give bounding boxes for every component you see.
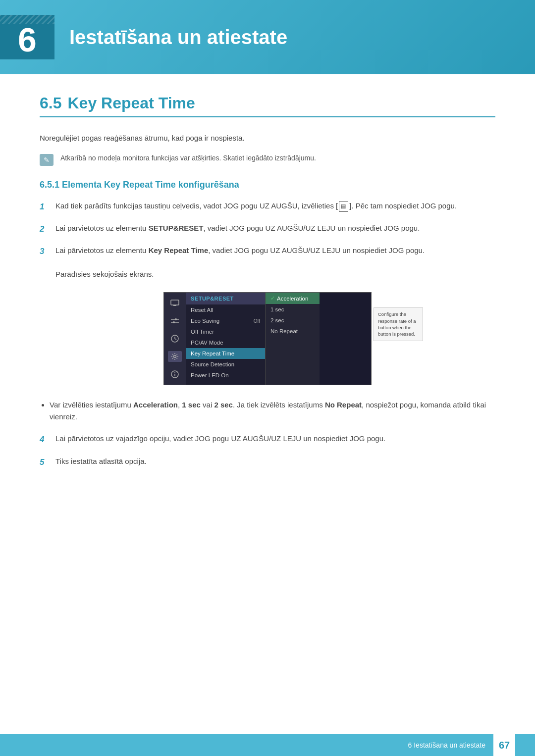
screenshot-mockup: SETUP&RESET Reset All Eco Saving Off Off… bbox=[163, 292, 372, 385]
note-icon bbox=[40, 154, 54, 166]
step-5: 5 Tiks iestatīta atlasītā opcija. bbox=[40, 455, 495, 469]
step-3-bold: Key Repeat Time bbox=[149, 246, 209, 254]
submenu-item-acceleration: ✓ Acceleration bbox=[266, 293, 320, 304]
step-5-text: Tiks iestatīta atlasītā opcija. bbox=[55, 455, 495, 467]
footer-text: 6 Iestatīšana un atiestate bbox=[408, 741, 485, 749]
step-2-number: 2 bbox=[40, 222, 55, 236]
subsection-title: Elementa Key Repeat Time konfigurēšana bbox=[62, 180, 239, 190]
menu-item-reset-all: Reset All bbox=[186, 304, 265, 315]
menu-item-source-detection: Source Detection bbox=[186, 359, 265, 370]
main-content: 6.5Key Repeat Time Noregulējiet pogas re… bbox=[0, 94, 535, 469]
menu-header: SETUP&RESET bbox=[186, 293, 265, 304]
menu-item-key-repeat-time: Key Repeat Time bbox=[186, 348, 265, 359]
bullet-2sec: 2 sec bbox=[214, 401, 233, 409]
menu-glyph-icon: ▤ bbox=[339, 201, 348, 212]
bullet-1sec: 1 sec bbox=[182, 401, 201, 409]
section-number: 6.5 bbox=[40, 94, 61, 112]
menu-item-power-led: Power LED On bbox=[186, 370, 265, 381]
menu-item-off-timer: Off Timer bbox=[186, 326, 265, 337]
step-2-bold: SETUP&RESET bbox=[149, 224, 204, 232]
step-3-number: 3 bbox=[40, 245, 55, 258]
icon-sliders bbox=[168, 315, 182, 326]
svg-rect-1 bbox=[173, 305, 176, 306]
step-2: 2 Lai pārvietotos uz elementu SETUP&RESE… bbox=[40, 222, 495, 236]
note-box: Atkarībā no modeļa monitora funkcijas va… bbox=[40, 153, 495, 166]
bullet-acceleration: Acceleration bbox=[133, 401, 178, 409]
step-3: 3 Lai pārvietotos uz elementu Key Repeat… bbox=[40, 245, 495, 280]
step-5-number: 5 bbox=[40, 455, 55, 469]
step-1-number: 1 bbox=[40, 200, 55, 213]
step-1-text: Kad tiek parādīts funkcijas taustiņu ceļ… bbox=[55, 200, 495, 212]
chapter-number-block: 6 bbox=[0, 15, 54, 59]
submenu: ✓ Acceleration 1 sec 2 sec No Repeat bbox=[265, 293, 320, 385]
submenu-item-2sec: 2 sec bbox=[266, 315, 320, 326]
menu-item-eco-saving: Eco Saving Off bbox=[186, 315, 265, 326]
icon-monitor bbox=[168, 298, 182, 308]
intro-paragraph: Noregulējiet pogas reaģēšanas ātrumu, ka… bbox=[40, 132, 495, 144]
steps-list: 1 Kad tiek parādīts funkcijas taustiņu c… bbox=[40, 200, 495, 280]
step-4: 4 Lai pārvietotos uz vajadzīgo opciju, v… bbox=[40, 433, 495, 446]
icon-clock bbox=[168, 333, 182, 344]
svg-rect-0 bbox=[171, 300, 179, 305]
svg-point-4 bbox=[175, 318, 177, 320]
icon-info bbox=[168, 369, 182, 380]
footer-page-number: 67 bbox=[493, 734, 515, 756]
subsection-number: 6.5.1 bbox=[40, 180, 59, 190]
page-footer: 6 Iestatīšana un atiestate 67 bbox=[0, 734, 535, 756]
svg-point-9 bbox=[174, 355, 176, 358]
menu-icons-sidebar bbox=[164, 293, 186, 385]
step-3-text: Lai pārvietotos uz elementu Key Repeat T… bbox=[55, 245, 495, 280]
chapter-number: 6 bbox=[18, 23, 37, 56]
screenshot-container: SETUP&RESET Reset All Eco Saving Off Off… bbox=[40, 292, 495, 385]
svg-line-8 bbox=[175, 339, 176, 340]
section-title: Key Repeat Time bbox=[67, 94, 195, 112]
menu-item-pcav-mode: PC/AV Mode bbox=[186, 337, 265, 348]
submenu-item-no-repeat: No Repeat bbox=[266, 326, 320, 337]
step-2-text: Lai pārvietotos uz elementu SETUP&RESET,… bbox=[55, 222, 495, 234]
svg-point-12 bbox=[174, 372, 175, 373]
submenu-item-1sec: 1 sec bbox=[266, 304, 320, 315]
steps-list-cont: 4 Lai pārvietotos uz vajadzīgo opciju, v… bbox=[40, 433, 495, 468]
section-heading: 6.5Key Repeat Time bbox=[40, 94, 495, 117]
note-text: Atkarībā no modeļa monitora funkcijas va… bbox=[60, 153, 316, 163]
tooltip-box: Configure the response rate of a button … bbox=[374, 307, 423, 341]
step-4-number: 4 bbox=[40, 433, 55, 446]
bullet-no-repeat: No Repeat bbox=[325, 401, 362, 409]
bullet-item: Var izvēlēties iestatījumu Acceleration,… bbox=[50, 399, 495, 423]
menu-list: SETUP&RESET Reset All Eco Saving Off Off… bbox=[186, 293, 265, 385]
icon-gear bbox=[168, 351, 182, 362]
step-4-text: Lai pārvietotos uz vajadzīgo opciju, vad… bbox=[55, 433, 495, 445]
chapter-header: 6 Iestatīšana un atiestate bbox=[0, 0, 535, 74]
subsection-heading: 6.5.1 Elementa Key Repeat Time konfigurē… bbox=[40, 180, 495, 190]
screenshot-caption: Parādīsies sekojošais ekrāns. bbox=[55, 270, 154, 278]
svg-point-5 bbox=[173, 321, 175, 323]
bullet-list: Var izvēlēties iestatījumu Acceleration,… bbox=[50, 399, 495, 423]
step-1: 1 Kad tiek parādīts funkcijas taustiņu c… bbox=[40, 200, 495, 213]
chapter-title: Iestatīšana un atiestate bbox=[69, 26, 287, 49]
